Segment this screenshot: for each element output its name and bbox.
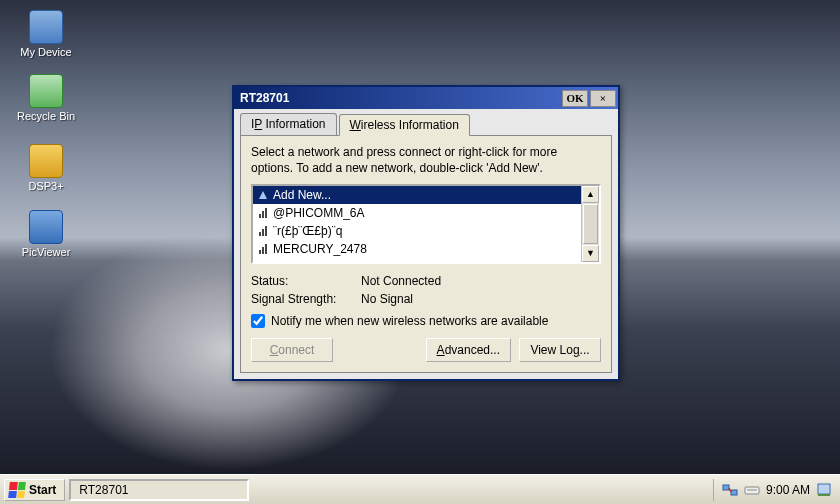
- svg-rect-8: [265, 244, 267, 254]
- tab-strip: IP Information Wireless Information: [234, 109, 618, 135]
- dialog-window: RT28701 OK × IP Information Wireless Inf…: [232, 85, 620, 381]
- list-item-label: MERCURY_2478: [273, 242, 367, 256]
- list-item[interactable]: ¨r(£þ¨Œ£þ)¨q: [253, 222, 581, 240]
- title-bar[interactable]: RT28701 OK ×: [234, 87, 618, 109]
- desktop-icon-picviewer[interactable]: PicViewer: [16, 210, 76, 258]
- start-button[interactable]: Start: [4, 479, 65, 501]
- advanced-button[interactable]: Advanced...: [426, 338, 511, 362]
- icon-label: DSP3+: [16, 180, 76, 192]
- desktop: My Device Recycle Bin DSP3+ PicViewer RT…: [0, 0, 840, 474]
- window-title: RT28701: [240, 91, 560, 105]
- icon-label: PicViewer: [16, 246, 76, 258]
- svg-rect-4: [262, 229, 264, 236]
- icon-label: Recycle Bin: [16, 110, 76, 122]
- list-item-label: Add New...: [273, 188, 331, 202]
- taskbar-button-label: RT28701: [79, 483, 128, 497]
- notify-label: Notify me when new wireless networks are…: [271, 314, 548, 328]
- network-list: Add New... @PHICOMM_6A ¨r(£þ¨Œ£þ)¨q: [251, 184, 601, 264]
- tab-wireless-information[interactable]: Wireless Information: [339, 114, 470, 136]
- svg-rect-7: [262, 247, 264, 254]
- network-tray-icon[interactable]: [722, 482, 738, 498]
- svg-rect-2: [265, 208, 267, 218]
- taskbar-button-rt28701[interactable]: RT28701: [69, 479, 249, 501]
- connect-button: Connect: [251, 338, 333, 362]
- notify-checkbox-row[interactable]: Notify me when new wireless networks are…: [251, 314, 601, 328]
- picviewer-icon: [29, 210, 63, 244]
- scrollbar[interactable]: ▲ ▼: [581, 186, 599, 262]
- signal-icon: [257, 189, 269, 201]
- desktop-icon-my-device[interactable]: My Device: [16, 10, 76, 58]
- button-row: Connect Advanced... View Log...: [251, 338, 601, 362]
- svg-rect-3: [259, 232, 261, 236]
- tab-ip-information[interactable]: IP Information: [240, 113, 337, 135]
- svg-rect-5: [265, 226, 267, 236]
- list-item-add-new[interactable]: Add New...: [253, 186, 581, 204]
- svg-rect-6: [259, 250, 261, 254]
- taskbar: Start RT28701 9:00 AM: [0, 474, 840, 504]
- scroll-up-button[interactable]: ▲: [582, 186, 599, 203]
- close-button[interactable]: ×: [590, 90, 616, 107]
- signal-icon: [257, 243, 269, 255]
- windows-flag-icon: [8, 482, 26, 498]
- ok-button[interactable]: OK: [562, 90, 588, 107]
- recycle-icon: [29, 74, 63, 108]
- start-label: Start: [29, 483, 56, 497]
- svg-line-11: [729, 488, 731, 492]
- list-item-label: ¨r(£þ¨Œ£þ)¨q: [273, 224, 342, 238]
- icon-label: My Device: [16, 46, 76, 58]
- network-list-inner[interactable]: Add New... @PHICOMM_6A ¨r(£þ¨Œ£þ)¨q: [253, 186, 581, 262]
- list-item[interactable]: @PHICOMM_6A: [253, 204, 581, 222]
- svg-rect-1: [262, 211, 264, 218]
- scroll-down-button[interactable]: ▼: [582, 245, 599, 262]
- clock[interactable]: 9:00 AM: [766, 483, 810, 497]
- instruction-text: Select a network and press connect or ri…: [251, 144, 601, 176]
- keyboard-tray-icon[interactable]: [744, 482, 760, 498]
- signal-icon: [257, 207, 269, 219]
- show-desktop-icon[interactable]: [816, 482, 832, 498]
- svg-rect-15: [818, 494, 830, 496]
- list-item[interactable]: MERCURY_2478: [253, 240, 581, 258]
- signal-icon: [257, 225, 269, 237]
- desktop-icon-dsp3[interactable]: DSP3+: [16, 144, 76, 192]
- svg-rect-0: [259, 214, 261, 218]
- notify-checkbox[interactable]: [251, 314, 265, 328]
- status-value: Not Connected: [361, 274, 441, 288]
- list-item-label: @PHICOMM_6A: [273, 206, 365, 220]
- desktop-icon-recycle-bin[interactable]: Recycle Bin: [16, 74, 76, 122]
- status-label: Status:: [251, 274, 361, 288]
- tab-panel: Select a network and press connect or ri…: [240, 135, 612, 373]
- device-icon: [29, 10, 63, 44]
- scroll-thumb[interactable]: [583, 204, 598, 244]
- system-tray: 9:00 AM: [713, 479, 836, 501]
- svg-rect-14: [818, 484, 830, 494]
- signal-label: Signal Strength:: [251, 292, 361, 306]
- signal-value: No Signal: [361, 292, 413, 306]
- svg-rect-10: [731, 490, 737, 495]
- dsp3-icon: [29, 144, 63, 178]
- status-grid: Status: Not Connected Signal Strength: N…: [251, 272, 601, 308]
- svg-rect-9: [723, 485, 729, 490]
- view-log-button[interactable]: View Log...: [519, 338, 601, 362]
